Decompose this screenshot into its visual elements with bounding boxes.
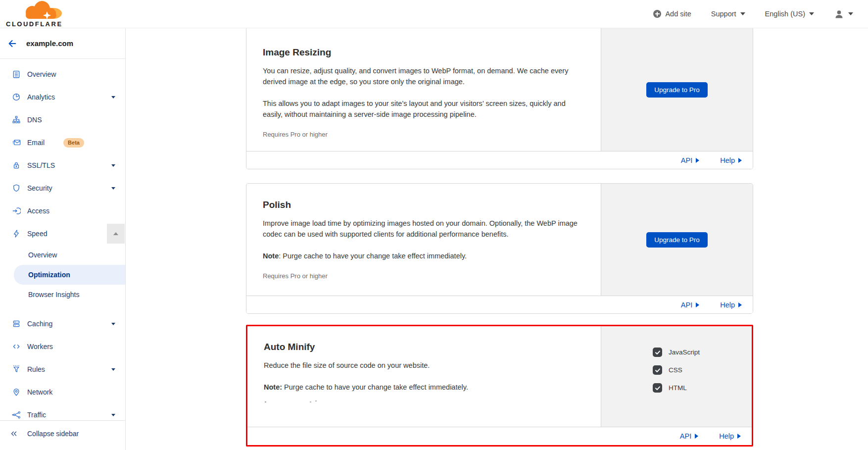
support-menu[interactable]: Support xyxy=(711,10,745,18)
sidebar-item-security[interactable]: Security xyxy=(0,177,125,200)
api-link[interactable]: API xyxy=(681,156,699,164)
card-description: You can resize, adjust quality, and conv… xyxy=(263,65,584,87)
chevron-down-icon xyxy=(111,368,115,371)
code-brackets-icon xyxy=(12,342,21,351)
sidebar-item-caching[interactable]: Caching xyxy=(0,312,125,335)
chevron-down-icon xyxy=(111,414,115,416)
email-icon xyxy=(12,138,21,147)
card-side-panel: Upgrade to Pro xyxy=(601,28,753,151)
card-description: Improve image load time by optimizing im… xyxy=(263,218,584,240)
support-label: Support xyxy=(711,10,736,18)
upgrade-to-pro-button[interactable]: Upgrade to Pro xyxy=(646,232,708,248)
card-side-panel: Upgrade to Pro xyxy=(601,184,753,296)
triangle-right-icon xyxy=(696,158,699,163)
chevron-up-icon xyxy=(113,232,118,235)
sidebar-item-rules[interactable]: Rules xyxy=(0,358,125,381)
chevron-down-icon xyxy=(111,187,115,190)
card-description: Reduce the file size of source code on y… xyxy=(264,360,584,371)
collapse-sidebar-button[interactable]: Collapse sidebar xyxy=(0,422,125,446)
checkbox-checked-icon[interactable] xyxy=(653,365,662,375)
add-site-button[interactable]: Add site xyxy=(653,10,691,18)
sidebar-item-network[interactable]: Network xyxy=(0,381,125,403)
card-side-panel: JavaScript CSS HTML xyxy=(601,326,752,427)
sidebar-scroll-up[interactable] xyxy=(107,224,125,244)
card-title: Auto Minify xyxy=(264,342,584,352)
help-link[interactable]: Help xyxy=(719,432,741,440)
checkbox-checked-icon[interactable] xyxy=(653,348,662,357)
login-arrow-icon xyxy=(12,206,21,215)
sidebar-item-email[interactable]: Email Beta xyxy=(0,131,125,154)
lock-icon xyxy=(12,161,21,170)
image-resizing-card: Image Resizing You can resize, adjust qu… xyxy=(246,28,753,169)
server-stack-icon xyxy=(12,319,21,328)
card-description: This allows you to adapt images to your … xyxy=(263,98,584,120)
chevron-down-icon xyxy=(111,164,115,167)
triangle-right-icon xyxy=(696,302,699,307)
requirement-note: Requires Pro or higher xyxy=(263,272,584,280)
api-link[interactable]: API xyxy=(681,301,699,309)
chevron-down-icon xyxy=(848,12,853,15)
sidebar-subitem-speed-optimization[interactable]: Optimization xyxy=(14,265,125,285)
lightning-bolt-icon xyxy=(12,229,21,238)
sidebar-divider xyxy=(0,420,125,421)
sidebar-item-ssl-tls[interactable]: SSL/TLS xyxy=(0,154,125,177)
clipped-text-artifact xyxy=(264,400,584,403)
auto-minify-option-css: CSS xyxy=(653,365,682,375)
site-header: example.com xyxy=(0,28,125,59)
api-link[interactable]: API xyxy=(680,432,698,440)
card-note: Note: Purge cache to have your change ta… xyxy=(263,250,584,261)
help-link[interactable]: Help xyxy=(720,156,742,164)
upgrade-to-pro-button[interactable]: Upgrade to Pro xyxy=(646,82,708,98)
shield-icon xyxy=(12,184,21,193)
sidebar-item-access[interactable]: Access xyxy=(0,200,125,222)
add-site-label: Add site xyxy=(665,10,691,18)
sidebar-subitem-speed-overview[interactable]: Overview xyxy=(0,245,125,265)
card-title: Image Resizing xyxy=(263,47,584,58)
language-menu[interactable]: English (US) xyxy=(765,10,814,18)
filter-funnel-icon xyxy=(12,365,21,374)
auto-minify-card-highlighted: Auto Minify Reduce the file size of sour… xyxy=(246,325,753,447)
sidebar-item-overview[interactable]: Overview xyxy=(0,63,125,86)
beta-badge: Beta xyxy=(63,138,84,148)
chevron-down-icon xyxy=(111,96,115,99)
requirement-note: Requires Pro or higher xyxy=(263,131,584,138)
help-link[interactable]: Help xyxy=(720,301,742,309)
triangle-right-icon xyxy=(695,434,698,439)
auto-minify-option-javascript: JavaScript xyxy=(653,348,700,357)
site-name: example.com xyxy=(26,39,73,48)
user-icon xyxy=(834,9,844,19)
triangle-right-icon xyxy=(738,302,742,307)
card-note: Note: Purge cache to have your change ta… xyxy=(264,382,584,393)
back-arrow-icon[interactable] xyxy=(7,38,18,49)
triangle-right-icon xyxy=(737,434,741,439)
clipboard-icon xyxy=(12,70,21,79)
sidebar: example.com Overview Analytics DNS Email… xyxy=(0,28,126,450)
double-chevron-left-icon xyxy=(9,429,18,438)
sidebar-subitem-speed-browser-insights[interactable]: Browser Insights xyxy=(0,285,125,304)
chevron-down-icon xyxy=(740,12,745,15)
location-pin-icon xyxy=(12,388,21,397)
sidebar-item-dns[interactable]: DNS xyxy=(0,108,125,131)
chevron-down-icon xyxy=(809,12,814,15)
branch-share-icon xyxy=(12,410,21,419)
auto-minify-option-html: HTML xyxy=(653,383,687,393)
chevron-down-icon xyxy=(111,323,115,325)
checkbox-checked-icon[interactable] xyxy=(653,383,662,393)
top-bar: CLOUDFLARE Add site Support English (US) xyxy=(0,0,868,28)
sidebar-item-analytics[interactable]: Analytics xyxy=(0,86,125,108)
plus-circle-icon xyxy=(653,10,661,18)
polish-card: Polish Improve image load time by optimi… xyxy=(246,183,753,314)
brand-wordmark: CLOUDFLARE xyxy=(6,21,63,27)
triangle-right-icon xyxy=(738,158,742,163)
sitemap-icon xyxy=(12,115,21,124)
pie-chart-icon xyxy=(12,93,21,101)
cloudflare-logo[interactable]: CLOUDFLARE xyxy=(6,0,64,27)
cloudflare-cloud-icon xyxy=(19,0,64,20)
card-title: Polish xyxy=(263,200,584,210)
account-menu[interactable] xyxy=(834,9,853,19)
language-label: English (US) xyxy=(765,10,805,18)
sidebar-item-workers[interactable]: Workers xyxy=(0,335,125,358)
